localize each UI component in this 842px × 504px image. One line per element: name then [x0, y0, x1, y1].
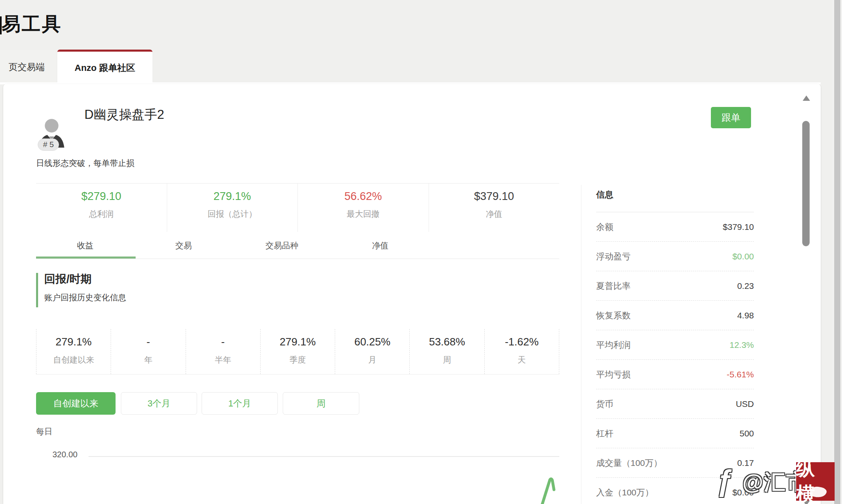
stat-equity-value: $379.10 — [429, 190, 560, 203]
info-value: -5.61% — [726, 370, 754, 379]
period-stat-half-year: - 半年 — [186, 329, 260, 374]
info-label: 杠杆 — [596, 428, 613, 439]
period-stat-value: - — [111, 336, 185, 348]
period-stat-label: 天 — [485, 354, 559, 366]
info-row-recovery: 恢复系数 4.98 — [596, 301, 754, 330]
stat-total-profit: $279.10 总利润 — [36, 184, 167, 232]
trader-profile-card: # 5 D幽灵操盘手2 日线形态突破，每单带止损 跟单 $279.10 总利润 … — [3, 84, 821, 504]
info-value: 500 — [740, 429, 754, 438]
info-label: 平均亏损 — [596, 369, 631, 380]
chart-frequency-label: 每日 — [36, 426, 52, 437]
info-label: 货币 — [596, 398, 613, 410]
rank-badge: # 5 — [38, 138, 59, 151]
trader-description: 日线形态突破，每单带止损 — [36, 158, 134, 169]
info-row-sharpe: 夏普比率 0.23 — [596, 271, 754, 301]
info-panel: 信息 余额 $379.10 浮动盈亏 $0.00 夏普比率 0.23 恢复系数 … — [596, 185, 754, 504]
stat-total-profit-value: $279.10 — [36, 190, 167, 203]
tab-anzo-copy-community[interactable]: Anzo 跟单社区 — [57, 50, 152, 84]
period-stat-label: 月 — [335, 354, 409, 366]
section-title: 回报/时期 — [44, 272, 92, 286]
period-stats-row: 279.1% 自创建以来 - 年 - 半年 279.1% 季度 60.25% 月… — [36, 329, 559, 374]
tab-equity[interactable]: 净值 — [331, 236, 429, 257]
info-label: 平均利润 — [596, 339, 631, 351]
scrollbar-thumb[interactable] — [802, 121, 810, 246]
info-label: 夏普比率 — [596, 280, 631, 292]
tab-web-terminal-label: 页交易端 — [9, 61, 45, 73]
follow-button[interactable]: 跟单 — [711, 107, 751, 128]
chart-equity-line — [536, 477, 565, 504]
info-row-avg-loss: 平均亏损 -5.61% — [596, 360, 754, 389]
page: 易工具 页交易端 Anzo 跟单社区 # 5 D幽灵操盘手2 日线形态突破，每单… — [0, 0, 842, 504]
info-row-avg-profit: 平均利润 12.3% — [596, 330, 754, 360]
period-stat-since-created: 279.1% 自创建以来 — [36, 329, 111, 374]
stat-max-drawdown: 56.62% 最大回撤 — [298, 184, 429, 232]
period-stat-year: - 年 — [111, 329, 185, 374]
tab-web-terminal[interactable]: 页交易端 — [0, 50, 56, 84]
info-value: $379.10 — [723, 222, 754, 232]
period-button-week[interactable]: 周 — [283, 392, 359, 415]
page-title: 易工具 — [2, 11, 62, 37]
info-row-balance: 余额 $379.10 — [596, 212, 754, 242]
info-panel-title: 信息 — [596, 185, 754, 212]
period-stat-value: -1.62% — [485, 336, 559, 348]
period-stat-value: 279.1% — [36, 336, 111, 348]
info-value: 12.3% — [729, 340, 754, 350]
info-label: 恢复系数 — [596, 310, 631, 321]
detail-tabs: 收益 交易 交易品种 净值 — [36, 236, 430, 257]
period-stat-label: 半年 — [186, 354, 260, 366]
tab-anzo-copy-community-label: Anzo 跟单社区 — [75, 62, 135, 74]
stat-total-return: 279.1% 回报（总计） — [167, 184, 298, 232]
info-row-volume: 成交量（100万） 0.17 — [596, 448, 754, 478]
period-stat-label: 年 — [111, 354, 185, 366]
info-value: $0.00 — [732, 488, 754, 497]
stat-total-profit-label: 总利润 — [36, 209, 167, 220]
tab-trades[interactable]: 交易 — [134, 236, 233, 257]
stat-max-drawdown-label: 最大回撤 — [298, 209, 429, 220]
scroll-up-arrow-icon[interactable] — [803, 95, 810, 101]
tab-instruments[interactable]: 交易品种 — [233, 236, 331, 257]
info-label: 余额 — [596, 221, 613, 233]
period-stat-value: - — [186, 336, 260, 348]
info-row-floating-pl: 浮动盈亏 $0.00 — [596, 242, 754, 271]
stat-equity-label: 净值 — [429, 209, 560, 220]
browser-scrollbar-thumb[interactable] — [834, 0, 840, 504]
stat-total-return-value: 279.1% — [167, 190, 298, 203]
period-button-3-months[interactable]: 3个月 — [121, 392, 197, 415]
info-value: 4.98 — [737, 311, 754, 320]
summary-stats-row: $279.10 总利润 279.1% 回报（总计） 56.62% 最大回撤 $3… — [36, 184, 559, 232]
period-stat-week: 53.68% 周 — [409, 329, 484, 374]
tab-returns[interactable]: 收益 — [36, 236, 134, 257]
stat-equity: $379.10 净值 — [429, 184, 560, 232]
period-button-since-created[interactable]: 自创建以来 — [36, 392, 116, 415]
period-stats-bottom-divider — [36, 374, 559, 375]
period-button-1-month[interactable]: 1个月 — [202, 392, 278, 415]
info-row-currency: 货币 USD — [596, 389, 754, 419]
section-subtitle: 账户回报历史变化信息 — [44, 292, 126, 303]
info-label: 入金（100万） — [596, 487, 654, 498]
scroll-down-arrow-icon[interactable] — [803, 500, 810, 504]
info-value: 0.17 — [737, 458, 754, 468]
period-stat-value: 53.68% — [410, 336, 484, 348]
content-sidebar-divider — [581, 185, 581, 504]
chart-y-tick: 320.00 — [52, 450, 77, 459]
period-stat-month: 60.25% 月 — [335, 329, 409, 374]
stat-total-return-label: 回报（总计） — [167, 209, 298, 220]
period-stat-value: 279.1% — [261, 336, 335, 348]
trader-name: D幽灵操盘手2 — [84, 106, 164, 123]
section-accent-bar — [36, 273, 38, 307]
period-stat-value: 60.25% — [335, 336, 409, 348]
period-stat-label: 季度 — [261, 354, 335, 366]
period-stat-label: 自创建以来 — [36, 354, 111, 366]
info-label: 浮动盈亏 — [596, 251, 631, 262]
info-row-leverage: 杠杆 500 — [596, 419, 754, 448]
stat-max-drawdown-value: 56.62% — [298, 190, 429, 203]
period-stat-quarter: 279.1% 季度 — [260, 329, 335, 374]
info-value: 0.23 — [737, 281, 754, 291]
period-stat-label: 周 — [410, 354, 484, 366]
chart-gridline — [89, 456, 559, 457]
period-stat-day: -1.62% 天 — [484, 329, 559, 374]
info-value: USD — [736, 399, 754, 409]
info-value: $0.00 — [732, 252, 754, 261]
info-label: 成交量（100万） — [596, 457, 662, 469]
tabs-underline-track — [36, 259, 559, 259]
